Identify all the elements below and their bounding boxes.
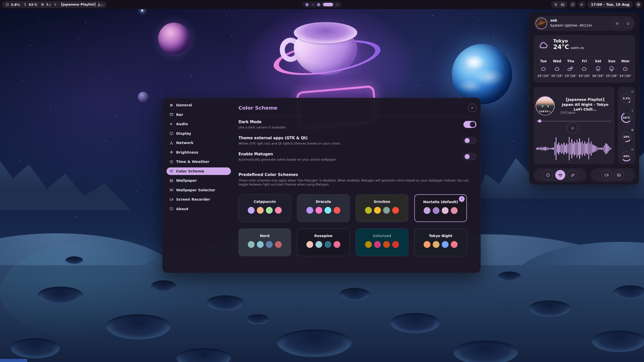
theme-external-toggle[interactable] xyxy=(463,137,476,144)
sidebar-item-color-scheme[interactable]: Color Scheme xyxy=(167,167,231,175)
clock-widget[interactable]: 17:09 - Tue, 19 Aug xyxy=(587,1,633,8)
matugen-toggle[interactable] xyxy=(463,153,476,160)
power-profile-gauge[interactable] xyxy=(543,170,553,180)
monitor-icon xyxy=(169,131,174,135)
scheme-card-dracula[interactable]: Dracula xyxy=(297,194,350,222)
cloud-icon xyxy=(538,39,550,51)
palette-icon xyxy=(169,169,174,173)
visualizer-bar xyxy=(553,147,554,150)
visualizer-bar xyxy=(607,144,608,153)
overview-button[interactable] xyxy=(635,1,642,8)
sidebar-item-audio[interactable]: Audio xyxy=(167,120,231,128)
visualizer-bar xyxy=(603,147,604,150)
scheme-card-rosepine[interactable]: Rosepine xyxy=(297,229,350,256)
visualizer-bar xyxy=(561,144,562,154)
scheme-card-solarized[interactable]: Solarized xyxy=(356,229,408,256)
sidebar-item-wallpaper-selector[interactable]: Wallpaper Selector xyxy=(167,186,231,194)
tray-toggles[interactable] xyxy=(551,1,567,8)
notifications-button[interactable] xyxy=(569,1,576,8)
close-button[interactable] xyxy=(468,104,476,112)
sidebar-item-brightness[interactable]: Brightness xyxy=(167,149,231,156)
weather-city: Tokyo xyxy=(553,38,568,43)
pause-icon xyxy=(54,3,57,6)
user-name: seb xyxy=(550,18,557,22)
bell-icon xyxy=(571,3,575,7)
scheme-card-noctalia-default-[interactable]: Noctalia (default) xyxy=(414,194,467,222)
workspace-dot[interactable] xyxy=(305,3,309,6)
scheme-card-tokyo-night[interactable]: Tokyo Night xyxy=(414,229,467,256)
volume-button[interactable] xyxy=(578,1,585,8)
quick-action-image[interactable] xyxy=(614,170,624,180)
color-swatch xyxy=(325,241,331,248)
media-player-widget[interactable]: 【Japanese Playlist】 J... xyxy=(50,1,107,8)
visualizer-bar xyxy=(611,148,612,150)
forecast-day-temps: 36°/26° xyxy=(592,74,604,78)
visualizer-bar xyxy=(554,142,555,155)
visualizer-bar xyxy=(558,143,559,155)
sidebar-item-wallpaper[interactable]: Wallpaper xyxy=(167,177,231,184)
crater xyxy=(390,313,440,333)
window-icon xyxy=(169,112,174,117)
gauge-value: 14% xyxy=(620,131,632,143)
system-gauge: 3.1% xyxy=(618,89,635,107)
settings-window: GeneralBarAudioDisplayNetworkBrightnessT… xyxy=(162,98,481,273)
scheme-card-catppuccin[interactable]: Catppuccin xyxy=(238,194,291,222)
scheme-name: Solarized xyxy=(356,234,408,238)
album-caption: TOKYO L xyxy=(536,110,554,113)
color-swatch xyxy=(442,241,449,248)
scheme-name: Dracula xyxy=(297,200,349,204)
workspace-dot[interactable] xyxy=(317,3,320,6)
dark-mode-toggle[interactable] xyxy=(463,121,476,128)
sidebar-item-bar[interactable]: Bar xyxy=(167,111,231,118)
scheme-swatches xyxy=(415,241,467,248)
color-swatch xyxy=(374,241,381,248)
sidebar-item-screen-recorder[interactable]: Screen Recorder xyxy=(167,196,231,203)
sidebar-item-time-weather[interactable]: Time & Weather xyxy=(167,158,231,165)
sidebar-item-general[interactable]: General xyxy=(167,101,231,109)
power-profile-scales[interactable] xyxy=(555,170,565,180)
visualizer-bar xyxy=(595,146,596,152)
workspace-dot[interactable] xyxy=(311,3,314,6)
workspace-dot-active[interactable] xyxy=(323,3,333,6)
system-gauges-card: 3.1% 54°C 14% 24% xyxy=(618,87,635,164)
volume-icon xyxy=(580,3,584,7)
sidebar-item-display[interactable]: Display xyxy=(167,130,231,137)
setting-row-dark-mode: Dark Mode Use a dark variant if availabl… xyxy=(238,116,476,132)
scheme-name: Tokyo Night xyxy=(415,234,467,238)
progress-knob[interactable] xyxy=(538,119,541,123)
visualizer-bar xyxy=(591,141,592,156)
progress-bar[interactable] xyxy=(537,119,612,123)
gauge-value: 54°C xyxy=(620,112,632,124)
setting-title: Theme external apps (GTK & Qt) xyxy=(238,136,341,140)
weather-temp: 24°C(GMT+9) xyxy=(553,43,584,51)
visualizer-bar xyxy=(544,147,545,150)
chip-icon xyxy=(631,128,634,132)
scheme-name: Nord xyxy=(239,234,291,238)
scheme-card-nord[interactable]: Nord xyxy=(238,229,291,256)
pause-button[interactable] xyxy=(567,122,578,134)
system-stats-widget[interactable]: 3.8%53°C7.8G xyxy=(2,1,58,8)
settings-button[interactable] xyxy=(613,19,622,28)
media-pill-label: 【Japanese Playlist】 J... xyxy=(59,2,103,7)
media-card: TOKYO L 【Japanese Playlist】 Japan All Ni… xyxy=(534,87,615,164)
forecast-day: Sun33°/26° xyxy=(605,59,618,78)
scheme-card-gruvbox[interactable]: Gruvbox xyxy=(356,194,408,222)
visualizer-bar xyxy=(540,147,541,150)
section-desc: These color schemes only apply when 'Use… xyxy=(238,179,472,187)
scheme-swatches xyxy=(239,207,291,214)
power-profile-leaf[interactable] xyxy=(568,170,578,180)
visualizer-bar xyxy=(608,146,609,152)
power-button[interactable] xyxy=(623,19,632,28)
workspace-indicator[interactable] xyxy=(302,2,342,8)
quick-action-videocam[interactable] xyxy=(602,170,612,180)
setting-desc: Automatically generate colors based on y… xyxy=(238,158,337,161)
visualizer-bar xyxy=(588,138,589,159)
info-icon xyxy=(169,207,174,211)
visualizer-bar xyxy=(601,147,602,150)
visualizer-bar xyxy=(537,147,538,150)
scheme-swatches xyxy=(297,207,349,214)
visualizer-bar xyxy=(539,148,540,150)
workspace-dot[interactable] xyxy=(336,3,339,6)
sidebar-item-about[interactable]: About xyxy=(167,205,231,213)
sidebar-item-network[interactable]: Network xyxy=(167,139,231,147)
